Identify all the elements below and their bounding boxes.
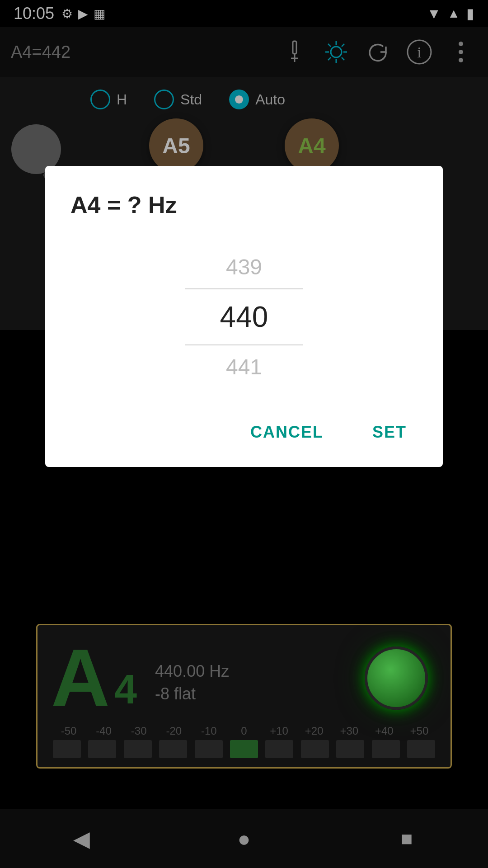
picker-value-below: 441 — [70, 345, 418, 388]
dialog-buttons: CANCEL SET — [70, 415, 418, 449]
set-button[interactable]: SET — [361, 415, 418, 449]
picker-value-above: 439 — [70, 245, 418, 288]
picker-value-selected: 440 — [70, 289, 418, 344]
dialog: A4 = ? Hz 439 440 441 CANCEL SET — [45, 166, 443, 467]
dialog-title: A4 = ? Hz — [70, 191, 418, 218]
cancel-button[interactable]: CANCEL — [239, 415, 334, 449]
picker-container[interactable]: 439 440 441 — [70, 245, 418, 388]
dialog-overlay: A4 = ? Hz 439 440 441 CANCEL SET — [0, 0, 488, 868]
